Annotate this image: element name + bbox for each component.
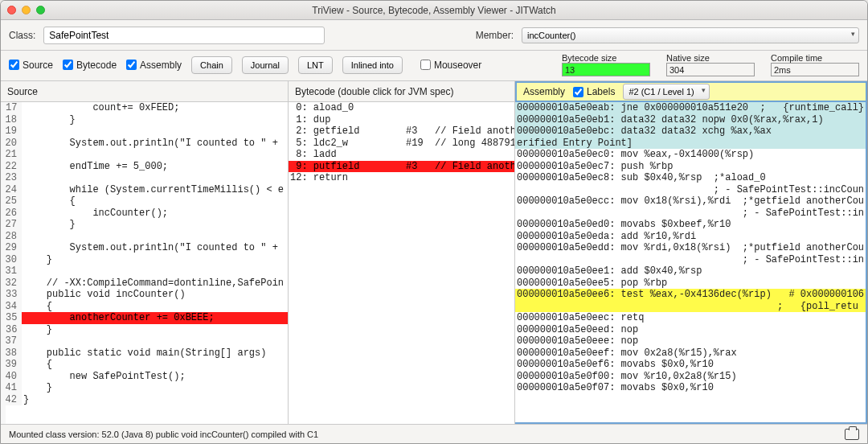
code-line[interactable]: 000000010a5e0eee: nop <box>515 335 866 347</box>
code-line[interactable]: 000000010a5e0edd: mov %rdi,0x18(%rsi) ;*… <box>515 242 866 254</box>
code-line[interactable]: 8: ladd <box>289 149 514 161</box>
code-line[interactable]: 000000010a5e0ee1: add $0x40,%rsp <box>515 265 866 278</box>
bytecode-pane-header: Bytecode (double click for JVM spec) <box>289 81 514 102</box>
code-line[interactable]: 29 System.out.println("I counted to " + <box>6 242 288 254</box>
code-line[interactable]: 000000010a5e0eec: retq <box>515 312 866 324</box>
code-line[interactable]: 000000010a5e0ed0: movabs $0xbeef,%r10 <box>515 219 866 231</box>
code-line[interactable]: 40 new SafePointTest(); <box>6 371 288 383</box>
class-member-bar: Class: Member: incCounter() <box>1 20 867 51</box>
code-line[interactable]: 38 public static void main(String[] args… <box>6 347 288 360</box>
code-line[interactable]: 000000010a5e0ef6: movabs $0x0,%r10 <box>515 359 866 371</box>
code-line[interactable]: 42} <box>6 394 288 406</box>
source-checkbox[interactable]: Source <box>9 60 53 71</box>
code-line[interactable]: 20 System.out.println("I counted to " + <box>6 138 288 150</box>
code-line[interactable]: 000000010a5e0eef: mov 0x2a8(%r15),%rax <box>515 347 866 360</box>
class-input[interactable] <box>43 27 325 44</box>
native-size-label: Native size <box>666 53 755 63</box>
code-line[interactable]: 000000010a5e0eed: nop <box>515 324 866 336</box>
member-label: Member: <box>476 30 514 41</box>
assembly-view[interactable]: 000000010a5e0eab: jne 0x000000010a511e20… <box>515 102 867 424</box>
compile-combo[interactable]: #2 (C1 / Level 1) <box>623 84 710 100</box>
code-line[interactable]: 000000010a5e0ecc: mov 0x18(%rsi),%rdi ;*… <box>515 195 866 208</box>
camera-icon[interactable] <box>845 429 859 440</box>
code-line[interactable]: ; - SafePointTest::incCoun <box>515 184 866 196</box>
member-combo[interactable]: incCounter() <box>522 27 859 43</box>
code-line[interactable]: 000000010a5e0eda: add %r10,%rdi <box>515 231 866 243</box>
code-line[interactable]: 5: ldc2_w #19 // long 488791 <box>289 138 514 150</box>
code-line[interactable]: 34 { <box>6 301 288 313</box>
code-line[interactable]: 9: putfield #3 // Field another <box>289 161 514 173</box>
assembly-pane-header: Assembly Labels #2 (C1 / Level 1) <box>515 81 867 102</box>
titlebar: TriView - Source, Bytecode, Assembly Vie… <box>1 1 867 20</box>
journal-button[interactable]: Journal <box>242 56 289 74</box>
code-line[interactable]: ; {poll_retu <box>515 301 866 313</box>
code-line[interactable]: 25 { <box>6 195 288 208</box>
bytecode-view[interactable]: 0: aload_0 1: dup 2: getfield #3 // Fiel… <box>289 102 514 424</box>
bytecode-size-value: 13 <box>562 63 650 76</box>
window-title: TriView - Source, Bytecode, Assembly Vie… <box>1 5 867 16</box>
code-line[interactable]: 22 endTime += 5_000; <box>6 161 288 173</box>
class-label: Class: <box>9 30 35 41</box>
lnt-button[interactable]: LNT <box>298 56 333 74</box>
code-line[interactable]: 000000010a5e0f07: movabs $0x0,%r10 <box>515 382 866 394</box>
code-line[interactable]: 30 } <box>6 254 288 266</box>
code-line[interactable]: 000000010a5e0f00: mov %r10,0x2a8(%r15) <box>515 371 866 383</box>
code-line[interactable]: 41 } <box>6 382 288 394</box>
code-line[interactable]: 31 <box>6 265 288 278</box>
labels-checkbox[interactable]: Labels <box>573 86 615 97</box>
code-line[interactable]: 2: getfield #3 // Field another <box>289 125 514 138</box>
code-line[interactable]: 37 <box>6 335 288 347</box>
assembly-checkbox[interactable]: Assembly <box>126 60 182 71</box>
code-line[interactable]: 39 { <box>6 359 288 371</box>
code-line[interactable]: 1: dup <box>289 114 514 126</box>
code-line[interactable]: 000000010a5e0ec7: push %rbp <box>515 161 866 173</box>
status-bar: Mounted class version: 52.0 (Java 8) pub… <box>1 424 867 443</box>
compile-time-value: 2ms <box>771 63 859 76</box>
code-line[interactable]: 33 public void incCounter() <box>6 289 288 301</box>
code-line[interactable]: 19 <box>6 125 288 138</box>
code-line[interactable]: 35 anotherCounter += 0xBEEE; <box>6 312 288 324</box>
code-line[interactable]: 28 <box>6 231 288 243</box>
code-line[interactable]: 36 } <box>6 324 288 336</box>
code-line[interactable]: ; - SafePointTest::in <box>515 254 866 266</box>
code-line[interactable]: 26 incCounter(); <box>6 208 288 220</box>
code-line[interactable]: 23 <box>6 172 288 184</box>
code-line[interactable]: 12: return <box>289 172 514 184</box>
code-line[interactable]: 24 while (System.currentTimeMillis() < e <box>6 184 288 196</box>
mouseover-checkbox[interactable]: Mouseover <box>420 60 481 71</box>
source-view[interactable]: 17 count+= 0xFEED;18 }1920 System.out.pr… <box>1 102 288 424</box>
code-line[interactable]: 000000010a5e0eb1: data32 data32 nopw 0x0… <box>515 114 866 126</box>
code-line[interactable]: ; - SafePointTest::in <box>515 208 866 220</box>
chain-button[interactable]: Chain <box>191 56 232 74</box>
code-line[interactable]: 18 } <box>6 114 288 126</box>
code-line[interactable]: 000000010a5e0eab: jne 0x000000010a511e20… <box>515 102 866 114</box>
compile-time-label: Compile time <box>771 53 859 63</box>
code-line[interactable]: 000000010a5e0ec0: mov %eax,-0x14000(%rsp… <box>515 149 866 161</box>
source-pane-header: Source <box>1 81 288 102</box>
code-line[interactable]: 27 } <box>6 219 288 231</box>
code-line[interactable]: erified Entry Point] <box>515 138 866 150</box>
code-line[interactable]: 21 <box>6 149 288 161</box>
assembly-label: Assembly <box>523 86 565 97</box>
code-line[interactable]: 17 count+= 0xFEED; <box>6 102 288 114</box>
code-line[interactable]: 000000010a5e0ebc: data32 data32 xchg %ax… <box>515 125 866 138</box>
native-size-value: 304 <box>666 63 755 76</box>
code-line[interactable]: 000000010a5e0ee5: pop %rbp <box>515 278 866 290</box>
status-text: Mounted class version: 52.0 (Java 8) pub… <box>9 430 318 439</box>
bytecode-size-label: Bytecode size <box>562 53 650 63</box>
code-line[interactable]: 32 // -XX:CompileCommand=dontinline,Safe… <box>6 278 288 290</box>
bytecode-checkbox[interactable]: Bytecode <box>63 60 117 71</box>
code-line[interactable]: 000000010a5e0ec8: sub $0x40,%rsp ;*aload… <box>515 172 866 184</box>
code-line[interactable]: 0: aload_0 <box>289 102 514 114</box>
view-options-bar: Source Bytecode Assembly Chain Journal L… <box>1 51 867 81</box>
inlined-button[interactable]: Inlined into <box>342 56 403 74</box>
code-line[interactable]: 000000010a5e0ee6: test %eax,-0x4136dec(%… <box>515 289 866 301</box>
